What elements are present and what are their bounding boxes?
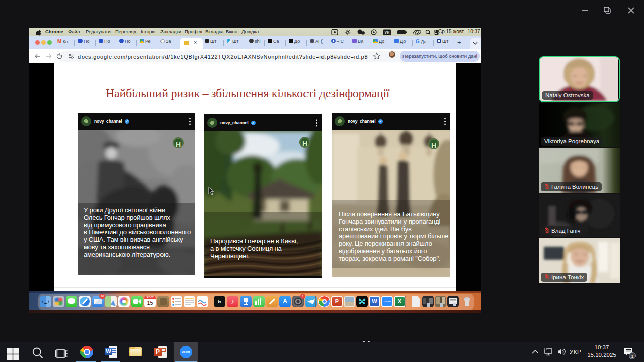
svg-text:УК: УК bbox=[385, 30, 390, 35]
